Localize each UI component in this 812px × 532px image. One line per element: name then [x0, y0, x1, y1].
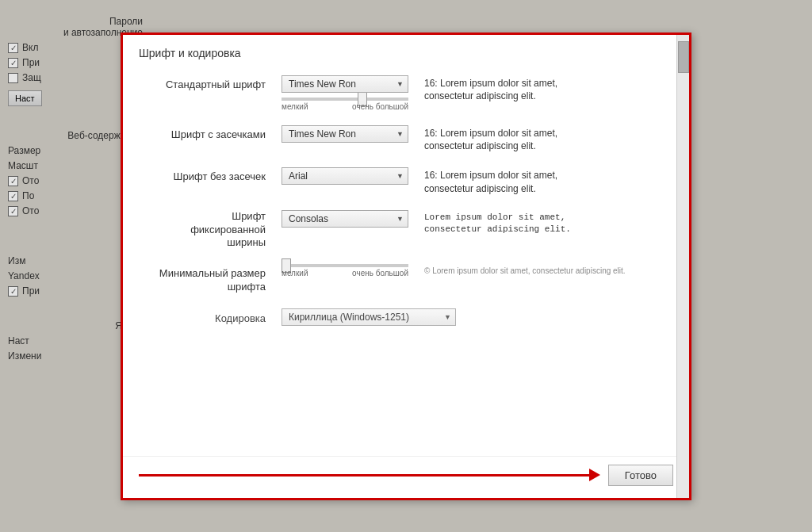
min-size-label: Минимальный размершрифта — [139, 264, 282, 294]
sans-font-preview-text: 16: Lorem ipsum dolor sit amet,consectet… — [424, 169, 665, 196]
serif-font-select-wrapper: Times New Ron ▼ — [282, 125, 408, 143]
standard-font-slider-min: мелкий — [282, 102, 308, 111]
modal-overlay: Шрифт и кодировка Стандартный шрифт Time… — [0, 0, 812, 532]
mono-font-select[interactable]: Consolas — [282, 210, 408, 228]
standard-font-select-wrapper: Times New Ron ▼ — [282, 75, 408, 93]
standard-font-preview-text: 16: Lorem ipsum dolor sit amet,consectet… — [424, 77, 665, 104]
standard-font-slider-labels: мелкий очень большой — [282, 102, 408, 111]
standard-font-control: Times New Ron ▼ мелкий очень большой — [282, 75, 408, 111]
dialog-scrollbar[interactable] — [676, 35, 689, 498]
min-size-slider-min: мелкий — [282, 269, 308, 277]
min-size-control: мелкий очень большой — [282, 264, 408, 277]
encoding-label: Кодировка — [139, 309, 282, 326]
sans-font-select[interactable]: Arial — [282, 167, 408, 185]
standard-font-label: Стандартный шрифт — [139, 75, 282, 92]
sans-font-preview: 16: Lorem ipsum dolor sit amet,consectet… — [408, 167, 665, 196]
standard-font-size-slider[interactable] — [282, 98, 408, 101]
dialog-title: Шрифт и кодировка — [139, 47, 665, 59]
dialog-body: Шрифт и кодировка Стандартный шрифт Time… — [123, 35, 689, 456]
standard-font-slider-container: мелкий очень большой — [282, 98, 408, 111]
arrow-line — [139, 469, 600, 481]
min-size-row: Минимальный размершрифта мелкий очень бо… — [139, 264, 665, 294]
mono-font-row: Шрифтфиксированнойширины Consolas ▼ Lore… — [139, 210, 665, 251]
mono-font-preview: Lorem ipsum dolor sit amet,consectetur a… — [408, 210, 665, 236]
mono-font-preview-text: Lorem ipsum dolor sit amet,consectetur a… — [424, 212, 665, 236]
arrow-head-icon — [589, 469, 600, 481]
done-button[interactable]: Готово — [608, 465, 673, 486]
encoding-row: Кодировка Кириллица (Windows-1251) ▼ — [139, 308, 665, 326]
sans-font-control: Arial ▼ — [282, 167, 408, 185]
min-size-preview: © Lorem ipsum dolor sit amet, consectetu… — [408, 264, 665, 277]
min-size-slider-container: мелкий очень большой — [282, 264, 408, 277]
encoding-select[interactable]: Кириллица (Windows-1251) — [282, 308, 456, 326]
mono-font-select-wrapper: Consolas ▼ — [282, 210, 408, 228]
min-size-slider-labels: мелкий очень большой — [282, 269, 408, 277]
min-size-preview-text: © Lorem ipsum dolor sit amet, consectetu… — [424, 266, 665, 277]
standard-font-select[interactable]: Times New Ron — [282, 75, 408, 93]
sans-font-select-wrapper: Arial ▼ — [282, 167, 408, 185]
arrow-body — [139, 474, 589, 477]
standard-font-row: Стандартный шрифт Times New Ron ▼ мелкий… — [139, 75, 665, 111]
min-font-size-slider[interactable] — [282, 264, 408, 267]
serif-font-control: Times New Ron ▼ — [282, 125, 408, 143]
encoding-select-wrapper: Кириллица (Windows-1251) ▼ — [282, 308, 456, 326]
serif-font-preview: 16: Lorem ipsum dolor sit amet,consectet… — [408, 125, 665, 154]
serif-font-label: Шрифт с засечками — [139, 125, 282, 142]
standard-font-slider-max: очень большой — [352, 102, 408, 111]
standard-font-preview: 16: Lorem ipsum dolor sit amet,consectet… — [408, 75, 665, 104]
serif-font-select[interactable]: Times New Ron — [282, 125, 408, 143]
scrollbar-thumb[interactable] — [678, 41, 689, 73]
mono-font-control: Consolas ▼ — [282, 210, 408, 228]
serif-font-preview-text: 16: Lorem ipsum dolor sit amet,consectet… — [424, 127, 665, 154]
dialog-footer: Готово — [123, 456, 689, 498]
min-size-slider-max: очень большой — [352, 269, 408, 277]
sans-font-row: Шрифт без засечек Arial ▼ 16: Lorem ipsu… — [139, 167, 665, 196]
font-encoding-dialog: Шрифт и кодировка Стандартный шрифт Time… — [121, 33, 691, 500]
sans-font-label: Шрифт без засечек — [139, 167, 282, 184]
serif-font-row: Шрифт с засечками Times New Ron ▼ 16: Lo… — [139, 125, 665, 154]
mono-font-label: Шрифтфиксированнойширины — [139, 210, 282, 251]
